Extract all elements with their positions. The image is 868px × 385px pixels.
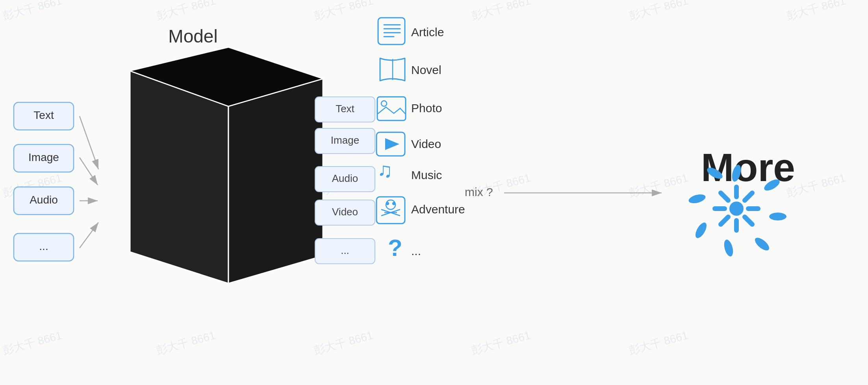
- svg-line-86: [745, 193, 752, 200]
- svg-line-25: [263, 179, 315, 193]
- svg-line-19: [80, 116, 98, 169]
- svg-rect-41: [315, 239, 375, 264]
- svg-text:彭大千 8661: 彭大千 8661: [470, 329, 532, 357]
- svg-rect-33: [315, 97, 375, 122]
- svg-text:彭大千 8661: 彭大千 8661: [155, 172, 217, 199]
- svg-text:Music: Music: [411, 168, 442, 181]
- svg-text:彭大千 8661: 彭大千 8661: [313, 0, 375, 22]
- svg-marker-29: [130, 47, 323, 106]
- svg-text:...: ...: [411, 244, 421, 257]
- svg-rect-47: [14, 187, 74, 215]
- svg-point-69: [386, 200, 395, 209]
- svg-text:彭大千 8661: 彭大千 8661: [155, 329, 217, 357]
- svg-marker-31: [228, 79, 323, 283]
- svg-rect-60: [377, 97, 406, 120]
- svg-text:彭大千 8661: 彭大千 8661: [785, 0, 847, 22]
- svg-text:彭大千 8661: 彭大千 8661: [628, 172, 690, 199]
- svg-text:彭大千 8661: 彭大千 8661: [628, 0, 690, 22]
- diagram-container: 彭大千 8661 彭大千 8661 彭大千 8661 彭大千 8661 彭大千 …: [0, 0, 868, 385]
- svg-line-88: [745, 217, 752, 224]
- svg-text:彭大千 8661: 彭大千 8661: [470, 0, 532, 22]
- svg-text:Video: Video: [411, 137, 441, 150]
- svg-point-93: [723, 239, 735, 257]
- svg-point-73: [386, 202, 389, 205]
- svg-rect-49: [14, 233, 74, 261]
- svg-text:...: ...: [39, 240, 48, 252]
- svg-text:Audio: Audio: [332, 172, 358, 184]
- svg-text:Adventure: Adventure: [411, 203, 465, 216]
- svg-marker-64: [385, 138, 399, 150]
- svg-text:More: More: [701, 145, 795, 189]
- svg-line-27: [260, 224, 315, 251]
- svg-text:Audio: Audio: [30, 194, 58, 206]
- svg-point-96: [705, 165, 724, 181]
- svg-point-95: [688, 193, 707, 205]
- svg-text:Photo: Photo: [411, 102, 442, 115]
- svg-text:彭大千 8661: 彭大千 8661: [2, 329, 63, 357]
- svg-text:彭大千 8661: 彭大千 8661: [313, 172, 375, 199]
- svg-point-61: [381, 101, 387, 106]
- svg-text:Text: Text: [33, 109, 54, 121]
- svg-rect-37: [315, 167, 375, 192]
- svg-text:彭大千 8661: 彭大千 8661: [628, 329, 690, 357]
- svg-line-22: [80, 222, 98, 248]
- svg-text:...: ...: [341, 244, 349, 256]
- svg-text:彭大千 8661: 彭大千 8661: [313, 329, 375, 357]
- svg-rect-43: [14, 102, 74, 130]
- svg-point-91: [769, 213, 786, 220]
- svg-line-24: [262, 141, 315, 177]
- svg-line-72: [381, 209, 400, 216]
- svg-text:Image: Image: [28, 151, 59, 163]
- svg-point-80: [729, 202, 744, 216]
- svg-line-20: [80, 157, 98, 185]
- svg-text:Article: Article: [411, 26, 444, 39]
- svg-rect-52: [378, 18, 405, 44]
- svg-point-90: [762, 177, 781, 192]
- svg-text:彭大千 8661: 彭大千 8661: [470, 172, 532, 199]
- svg-rect-35: [315, 128, 375, 154]
- svg-text:mix ?: mix ?: [465, 185, 493, 198]
- svg-rect-68: [377, 197, 405, 224]
- svg-text:♫: ♫: [377, 159, 393, 181]
- svg-text:?: ?: [388, 235, 402, 261]
- svg-point-92: [753, 235, 772, 253]
- svg-text:Image: Image: [331, 134, 359, 146]
- svg-line-87: [721, 217, 728, 224]
- svg-point-94: [693, 221, 708, 240]
- svg-text:彭大千 8661: 彭大千 8661: [2, 172, 63, 199]
- svg-rect-45: [14, 144, 74, 172]
- svg-line-26: [262, 211, 315, 213]
- svg-text:Video: Video: [332, 206, 358, 218]
- svg-marker-30: [130, 71, 228, 283]
- svg-text:Model: Model: [168, 26, 217, 46]
- svg-line-23: [260, 109, 315, 165]
- svg-text:彭大千 8661: 彭大千 8661: [785, 172, 847, 199]
- svg-text:彭大千 8661: 彭大千 8661: [2, 0, 63, 22]
- svg-text:Text: Text: [336, 103, 354, 115]
- svg-rect-63: [377, 132, 405, 156]
- svg-text:Novel: Novel: [411, 63, 441, 76]
- svg-marker-32: [130, 47, 323, 106]
- svg-text:彭大千 8661: 彭大千 8661: [155, 0, 217, 22]
- svg-point-74: [392, 202, 395, 205]
- svg-point-89: [731, 164, 743, 183]
- svg-line-71: [381, 209, 400, 216]
- svg-rect-39: [315, 200, 375, 225]
- svg-line-85: [721, 193, 728, 200]
